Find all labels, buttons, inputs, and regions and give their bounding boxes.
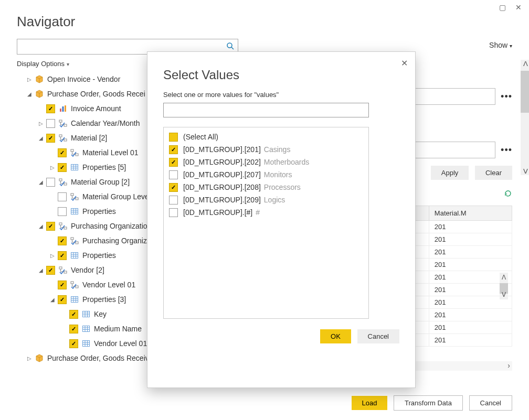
checkbox-icon[interactable] [58,207,67,216]
tbl-icon [70,295,79,304]
list-item[interactable]: [0D_MTLGROUP].[202]Motherboards [164,156,368,168]
refresh-icon[interactable] [504,189,512,200]
values-list[interactable]: (Select All) [0D_MTLGROUP].[201]Casings[… [163,127,369,319]
checkbox-icon[interactable] [46,119,55,128]
hier-icon [58,134,68,142]
svg-rect-8 [64,139,67,141]
svg-rect-11 [71,165,78,170]
svg-rect-4 [65,105,66,112]
checkbox-icon[interactable] [58,148,67,157]
svg-rect-6 [64,124,67,126]
list-item[interactable]: [0D_MTLGROUP].[208]Processors [164,181,368,193]
select-all-label: (Select All) [183,133,218,141]
show-label: Show [489,41,507,49]
item-code: [0D_MTLGROUP].[201] [183,145,261,154]
checkbox-icon[interactable] [169,145,178,154]
svg-rect-5 [59,120,62,122]
svg-rect-17 [64,183,67,185]
checkbox-icon[interactable] [58,192,67,201]
checkbox-icon[interactable] [169,208,178,217]
parameter-browse-2[interactable]: ••• [501,145,512,156]
tbl-icon [70,163,79,171]
parameter-browse-1[interactable]: ••• [501,91,512,102]
checkbox-icon[interactable] [46,104,55,113]
preview-vscroll[interactable]: ᐱᐯ [500,273,508,299]
expand-toggle-icon[interactable]: ▷ [49,165,56,170]
expand-toggle-icon[interactable]: ◢ [38,135,44,141]
svg-rect-29 [71,253,78,259]
item-code: [0D_MTLGROUP].[202] [183,158,261,166]
svg-rect-35 [64,271,67,273]
checkbox-icon[interactable] [69,325,78,333]
svg-rect-37 [76,286,78,288]
transform-data-button[interactable]: Transform Data [394,395,463,411]
expand-toggle-icon[interactable]: ◢ [26,91,33,97]
checkbox-icon[interactable] [69,339,78,348]
tree-item-label: Vendor [2] [71,266,104,274]
meas-icon [58,104,68,113]
tbl-icon [81,325,91,333]
close-icon[interactable]: ✕ [515,3,522,12]
checkbox-icon[interactable] [58,163,67,172]
close-icon[interactable]: ✕ [401,58,408,68]
checkbox-icon[interactable] [169,196,178,204]
ok-button[interactable]: OK [320,329,351,343]
expand-toggle-icon[interactable]: ◢ [38,179,44,185]
chevron-down-icon: ▾ [67,61,69,67]
expand-toggle-icon[interactable]: ▷ [26,77,33,82]
expand-toggle-icon[interactable]: ◢ [49,297,56,303]
tree-item-label: Material Group [2] [71,178,130,186]
cube-icon [35,75,44,83]
checkbox-icon[interactable] [169,170,178,179]
list-item[interactable]: [0D_MTLGROUP].[#]# [164,206,368,219]
checkbox-indeterminate-icon[interactable] [169,133,178,142]
clear-button[interactable]: Clear [475,166,512,180]
checkbox-icon[interactable] [69,310,78,319]
tree-item-label: Vendor Level 01 [82,281,135,289]
checkbox-icon[interactable] [46,222,55,231]
checkbox-icon[interactable] [46,266,55,275]
item-description: Processors [264,183,301,191]
tree-item-label: Key [94,310,107,318]
search-icon [226,42,235,50]
tbl-icon [70,207,79,216]
svg-rect-9 [71,149,73,152]
expand-toggle-icon[interactable]: ▷ [26,356,33,361]
item-description: # [256,208,260,217]
svg-rect-38 [71,297,78,303]
item-description: Logics [264,196,285,204]
svg-rect-3 [62,106,64,112]
list-item[interactable]: [0D_MTLGROUP].[209]Logics [164,193,368,206]
select-all-item[interactable]: (Select All) [164,131,368,143]
cancel-button[interactable]: Cancel [357,329,399,343]
tree-item-label: Material Level 01 [82,148,139,157]
cancel-button[interactable]: Cancel [469,395,512,411]
filter-input[interactable] [163,103,369,117]
column-header[interactable]: Material.M [429,206,512,221]
svg-rect-2 [60,109,61,112]
checkbox-icon[interactable] [169,183,178,192]
tree-item-label: Purchase Order, Goods Recei [47,90,145,98]
show-dropdown[interactable]: Show ▾ [489,41,512,49]
svg-rect-34 [59,267,62,269]
right-pane-vscroll[interactable]: ᐱ ᐯ [521,60,529,175]
hier-icon [70,281,79,289]
expand-toggle-icon[interactable]: ◢ [38,223,44,229]
checkbox-icon[interactable] [58,295,67,304]
list-item[interactable]: [0D_MTLGROUP].[201]Casings [164,143,368,156]
svg-rect-7 [59,135,62,137]
checkbox-icon[interactable] [46,178,55,187]
checkbox-icon[interactable] [58,251,67,260]
load-button[interactable]: Load [352,396,388,410]
apply-button[interactable]: Apply [431,166,469,180]
expand-toggle-icon[interactable]: ▷ [49,253,56,259]
checkbox-icon[interactable] [169,158,178,167]
checkbox-icon[interactable] [46,134,55,143]
checkbox-icon[interactable] [58,236,67,245]
list-item[interactable]: [0D_MTLGROUP].[207]Monitors [164,168,368,181]
expand-toggle-icon[interactable]: ◢ [38,267,44,273]
maximize-icon[interactable]: ▢ [499,3,506,12]
expand-toggle-icon[interactable]: ▷ [38,121,44,126]
checkbox-icon[interactable] [58,281,67,289]
tbl-icon [81,339,91,348]
